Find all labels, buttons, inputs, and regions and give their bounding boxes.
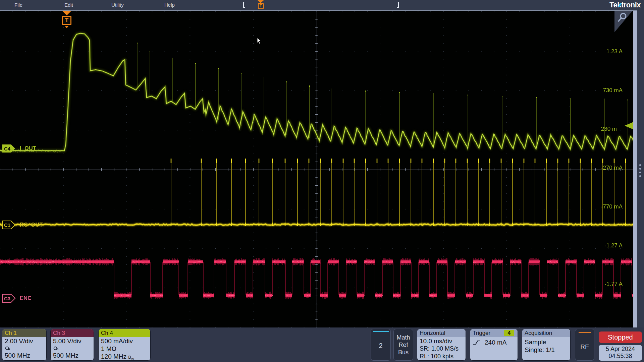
channel-4-bandwidth: 120 MHz BW — [99, 353, 150, 361]
channel-4-impedance: 1 MΩ — [99, 345, 150, 353]
acquisition-single: Single: 1/1 — [522, 346, 570, 354]
channel-3-badge[interactable]: Ch 3 5.00 V/div 500 MHz — [50, 329, 94, 361]
scale-label: -270 mA — [582, 165, 623, 171]
menu-item-edit[interactable]: Edit — [64, 0, 73, 10]
channel-3-title: Ch 3 — [51, 329, 94, 337]
waveform-canvas[interactable] — [0, 11, 633, 328]
trigger-level-arrow-icon[interactable] — [625, 122, 633, 129]
horizontal-scale: 10.0 ms/div — [417, 337, 466, 345]
probe-icon — [53, 346, 59, 351]
bus-label: Bus — [394, 349, 413, 356]
trigger-slider-arrow-icon — [258, 0, 264, 3]
wave-view-accent — [373, 331, 389, 332]
channel-3-bandwidth: 500 MHz — [51, 352, 94, 359]
svg-text:C4: C4 — [4, 146, 11, 152]
channel-badge-c3[interactable]: C3 ENC — [2, 294, 32, 303]
trigger-badge[interactable]: Trigger 4 240 mA — [470, 329, 518, 361]
acquisition-badge[interactable]: Acquisition Sample Single: 1/1 — [522, 329, 571, 361]
trigger-source-badge: 4 — [504, 330, 514, 336]
channel-4-badge[interactable]: Ch 4 500 mA/div 1 MΩ 120 MHz BW — [98, 329, 151, 361]
time-label: 04:55:38 — [599, 353, 642, 360]
acquisition-mode: Sample — [522, 338, 570, 346]
probe-icon — [5, 346, 11, 351]
channel-1-bandwidth: 500 MHz — [2, 352, 46, 359]
trigger-title: Trigger 4 — [470, 329, 518, 337]
trigger-marker-t-icon: T — [62, 16, 71, 25]
drag-handle-dot — [639, 172, 641, 173]
record-end-bracket — [397, 2, 399, 8]
channel-4-title: Ch 4 — [99, 329, 150, 337]
scale-label: -770 mA — [582, 203, 623, 210]
horizontal-badge[interactable]: Horizontal 10.0 ms/div SR: 1.00 MS/s RL:… — [417, 329, 466, 361]
record-start-bracket — [243, 2, 245, 8]
channel-1-scale: 2.00 V/div — [2, 337, 46, 345]
channel-3-probe-row — [51, 345, 94, 352]
channel-1-badge[interactable]: Ch 1 2.00 V/div 500 MHz — [2, 329, 47, 361]
oscilloscope-screen: File Edit Utility Help T Tektronix 1.23 … — [0, 0, 644, 362]
scale-label: -1.77 A — [582, 281, 623, 288]
trigger-position-marker[interactable]: T — [61, 11, 73, 30]
rf-accent — [579, 332, 591, 333]
tektronix-logo: Tektronix — [609, 1, 641, 9]
date-label: 5 Apr 2024 — [599, 346, 642, 353]
channel-label: ENC — [20, 295, 32, 301]
channel-1-title: Ch 1 — [2, 329, 46, 337]
svg-text:C3: C3 — [4, 296, 10, 301]
math-label: Math — [394, 334, 413, 341]
svg-text:C1: C1 — [4, 222, 10, 228]
waveform-display: 1.23 A 730 mA 230 m -270 mA -770 mA -1.2… — [0, 10, 637, 327]
menu-item-file[interactable]: File — [14, 0, 22, 10]
horizontal-title: Horizontal — [417, 329, 466, 337]
right-scrollbar[interactable] — [633, 11, 637, 328]
menu-item-utility[interactable]: Utility — [111, 0, 124, 10]
drag-handle[interactable] — [639, 164, 641, 179]
rf-button[interactable]: RF — [575, 329, 594, 361]
trigger-slider-t-icon: T — [258, 3, 264, 9]
channel-label: RC_OUT — [20, 222, 43, 228]
horizontal-position-track[interactable] — [245, 5, 397, 5]
scale-label: 730 mA — [582, 87, 623, 94]
channel-tag-shape: C1 — [2, 221, 16, 229]
settings-bar: Ch 1 2.00 V/div 500 MHz Ch 3 5.00 V/div … — [0, 327, 644, 362]
wave-view-button[interactable]: 2 — [371, 329, 391, 361]
trigger-position-slider[interactable]: T — [257, 0, 264, 10]
channel-tag-shape: C4 — [2, 144, 16, 153]
wave-view-count: 2 — [371, 342, 390, 350]
channel-tag-shape: C3 — [2, 294, 16, 303]
drag-handle-dot — [639, 168, 641, 170]
drag-handle-dot — [639, 175, 641, 177]
sample-rate: SR: 1.00 MS/s — [417, 345, 466, 353]
scale-label: 230 m — [577, 126, 617, 132]
menu-item-help[interactable]: Help — [164, 0, 175, 10]
scale-label: -1.27 A — [582, 242, 623, 249]
trigger-marker-tail-icon — [65, 26, 69, 28]
drag-handle-dot — [639, 164, 641, 166]
trigger-level-value: 240 mA — [485, 339, 506, 346]
rf-label: RF — [575, 343, 594, 351]
rising-edge-icon — [473, 340, 481, 345]
acquisition-title: Acquisition — [522, 329, 570, 337]
bw-limit-icon: BW — [128, 355, 134, 360]
results-bar-divider — [637, 10, 644, 327]
mouse-cursor — [257, 38, 262, 44]
math-ref-bus-button[interactable]: Math Ref Bus — [393, 329, 413, 361]
trigger-level-row: 240 mA — [470, 339, 518, 346]
run-state-button[interactable]: Stopped — [599, 331, 642, 343]
record-length: RL: 100 kpts — [417, 353, 466, 360]
scale-label: 1.23 A — [582, 48, 623, 55]
trigger-marker-arrow-icon — [62, 11, 71, 15]
date-time-panel[interactable]: 5 Apr 2024 04:55:38 — [599, 345, 642, 361]
channel-badge-c1[interactable]: C1 RC_OUT — [2, 221, 43, 229]
ref-label: Ref — [394, 341, 413, 349]
menu-bar: File Edit Utility Help T Tektronix — [0, 0, 644, 10]
channel-1-probe-row — [2, 345, 46, 352]
channel-label: I_OUT — [20, 145, 37, 152]
channel-badge-c4[interactable]: C4 I_OUT — [2, 144, 37, 153]
channel-3-scale: 5.00 V/div — [51, 337, 94, 345]
channel-4-scale: 500 mA/div — [99, 337, 150, 345]
